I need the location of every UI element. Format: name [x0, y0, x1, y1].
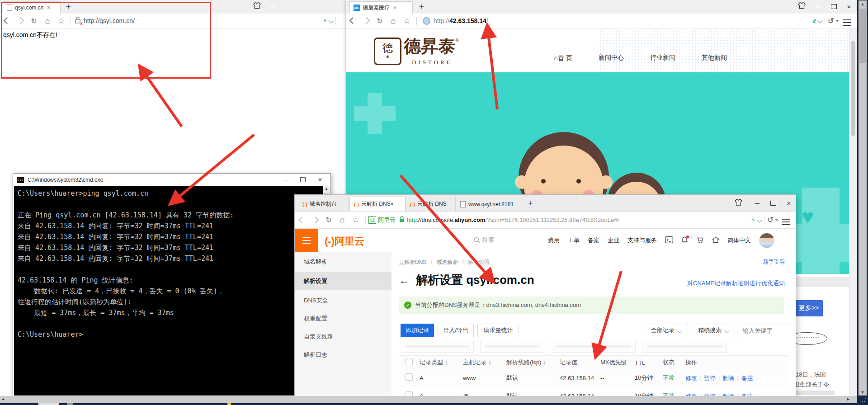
back-arrow-icon[interactable]: ← — [399, 274, 410, 287]
minimize-button[interactable]: ─ — [812, 3, 824, 11]
scroll-left-icon[interactable]: ◂ — [2, 396, 4, 401]
chevron-down-icon[interactable] — [817, 18, 822, 23]
crumb-dns[interactable]: 云解析DNS — [399, 259, 426, 265]
modify-link[interactable]: 修改 — [685, 375, 697, 381]
sidebar-item-resolve-log[interactable]: 解析日志 — [304, 351, 327, 359]
forward-icon[interactable] — [359, 17, 373, 25]
console-menu-button[interactable]: [data-name="console-menu-button"] .hamb:… — [295, 229, 318, 252]
star-icon[interactable]: ☆ — [400, 16, 414, 26]
avatar[interactable] — [759, 233, 774, 248]
home-icon[interactable]: ⌂ — [335, 215, 349, 225]
tab-dns-2[interactable]: (-)云解析 DNS — [406, 197, 456, 211]
ie-compat-icon[interactable]: e — [813, 16, 816, 25]
scroll-down-icon[interactable]: ▼ — [859, 390, 867, 395]
sort-icon[interactable]: ▲▼ — [445, 360, 448, 366]
row-checkbox[interactable] — [406, 373, 413, 381]
url-text[interactable]: http://qsyl.com.cn/ — [84, 17, 135, 24]
nav-home[interactable]: ⌂首 页 — [554, 54, 572, 62]
menu-support[interactable]: 支持与服务 — [627, 236, 657, 245]
resize-grip[interactable] — [857, 396, 868, 405]
guide-link[interactable]: 新手引导 — [763, 258, 785, 266]
add-record-button[interactable]: 添加记录 — [401, 324, 434, 337]
viewer-vscrollbar[interactable]: ▲ ▼ — [859, 0, 867, 396]
star-icon[interactable]: ☆ — [349, 215, 363, 225]
keyword-input[interactable] — [739, 327, 796, 334]
maximize-button[interactable] — [828, 3, 840, 11]
pause-link[interactable]: 暂停 — [704, 375, 716, 381]
tab-qsyl-net[interactable]: www.qsyl.net:8181 — [456, 197, 522, 211]
url-text[interactable]: http://dns.console.aliyun.com/?spm=5176.… — [407, 217, 619, 223]
menu-icon[interactable] — [782, 216, 790, 224]
chevron-down-icon[interactable] — [757, 217, 762, 222]
site-info-icon[interactable] — [423, 17, 430, 25]
more-button[interactable]: 更多>> — [795, 300, 823, 316]
tab-distore[interactable]: MS 德晟泰医疗 × — [349, 1, 413, 14]
lightning-icon[interactable]: ⚡ — [751, 216, 756, 224]
news-line[interactable]: 18日，法国 — [796, 371, 826, 379]
new-tab-button[interactable]: + — [419, 2, 424, 12]
sort-icon[interactable]: ▲▼ — [543, 360, 546, 366]
forward-icon[interactable] — [14, 17, 27, 25]
refresh-icon[interactable]: ↻ — [373, 17, 387, 25]
menu-tickets[interactable]: 工单 — [568, 236, 580, 245]
site-scrollbar[interactable] — [849, 28, 857, 396]
bell-icon[interactable] — [681, 236, 688, 245]
close-button[interactable]: × — [783, 199, 795, 207]
back-icon[interactable] — [0, 17, 14, 25]
home-icon[interactable]: ⌂ — [387, 16, 400, 26]
tab-domain-console[interactable]: (-)域名控制台 — [298, 197, 349, 211]
import-export-button[interactable]: 导入/导出 — [438, 324, 474, 337]
request-stats-button[interactable]: 请求量统计 — [477, 324, 519, 337]
news-line[interactable]: 卫生部长于今 — [794, 381, 829, 389]
back-icon[interactable] — [346, 17, 359, 25]
forward-icon[interactable] — [308, 216, 322, 224]
back-icon[interactable] — [295, 216, 308, 224]
aliyun-logo[interactable]: (-)阿里云 — [325, 235, 364, 248]
cart-icon[interactable] — [696, 236, 704, 245]
crumb-domain[interactable]: 域名解析 — [436, 259, 458, 265]
chevron-down-icon[interactable] — [328, 18, 333, 23]
new-tab-button[interactable]: + — [66, 2, 71, 12]
menu-icon[interactable] — [843, 17, 851, 25]
all-records-dropdown[interactable]: 全部记录 — [645, 324, 688, 337]
refresh-icon[interactable]: ↻ — [27, 17, 41, 25]
sort-icon[interactable]: ▲▼ — [488, 360, 491, 366]
undo-icon[interactable]: ↺ — [828, 16, 834, 26]
nav-other-news[interactable]: 其他新闻 — [702, 54, 727, 62]
skin-tshirt-icon[interactable] — [251, 2, 263, 10]
tab-qsyl[interactable]: qsyl.com.cn × — [3, 1, 61, 14]
close-button[interactable]: × — [314, 176, 326, 184]
select-all-checkbox[interactable] — [406, 358, 413, 365]
undo-icon[interactable]: ↺ — [767, 215, 774, 225]
refresh-icon[interactable]: ↻ — [322, 216, 335, 224]
tab-dns-active[interactable]: (-)云解析 DNS × — [349, 197, 406, 211]
skin-tshirt-icon[interactable] — [796, 2, 807, 10]
menu-billing[interactable]: 费用 — [548, 236, 560, 245]
maximize-button[interactable] — [297, 176, 309, 184]
home-icon[interactable]: ⌂ — [41, 16, 54, 26]
cmd-titlebar[interactable]: C:\ C:\Windows\system32\cmd.exe ─ × — [13, 174, 330, 186]
console-home-icon[interactable] — [712, 236, 719, 245]
terminal-icon[interactable] — [665, 236, 673, 245]
console-search[interactable]: 搜索 — [474, 236, 494, 244]
star-icon[interactable]: ☆ — [54, 16, 68, 26]
remark-link[interactable]: 备注 — [741, 375, 753, 381]
close-button[interactable]: × — [843, 3, 855, 11]
site-logo[interactable]: 德昇泰® —DISTORE— — [404, 35, 461, 66]
cname-notice-link[interactable]: 对CNAME记录解析逻辑进行优化通知 — [687, 279, 785, 287]
undo-dropdown-icon[interactable] — [775, 219, 778, 221]
undo-dropdown-icon[interactable] — [835, 20, 839, 22]
new-tab-button[interactable]: + — [528, 198, 533, 208]
viewer-hscrollbar[interactable]: ◂ ▸ — [0, 396, 857, 403]
lightning-icon[interactable]: ⚡ — [322, 17, 327, 25]
tab-close-icon[interactable]: × — [47, 5, 50, 11]
skin-tshirt-icon[interactable] — [732, 199, 744, 207]
minimize-button[interactable]: ─ — [280, 176, 292, 184]
nav-news-center[interactable]: 新闻中心 — [599, 54, 624, 62]
sidebar-item-setting-selected[interactable]: 解析设置 — [295, 272, 392, 290]
tab-close-icon[interactable]: × — [393, 5, 396, 11]
tab-close-icon[interactable]: × — [391, 201, 394, 207]
url-host[interactable]: 42.63.158.14 — [449, 17, 486, 24]
minimize-button[interactable]: ─ — [267, 3, 278, 11]
minimize-button[interactable]: ─ — [751, 199, 763, 207]
